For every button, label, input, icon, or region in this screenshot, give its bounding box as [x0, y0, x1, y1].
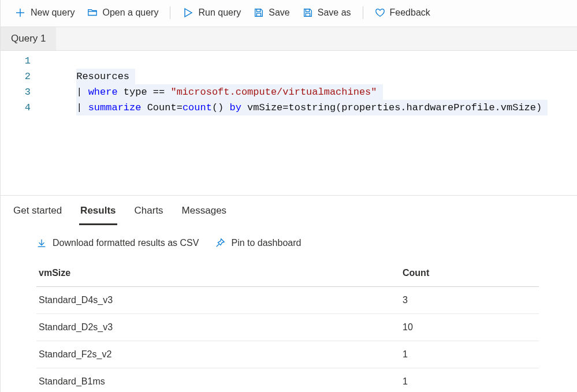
cell-vmsize: Standard_F2s_v2: [36, 341, 400, 368]
tab-label: Charts: [135, 205, 163, 216]
line-number: 2: [1, 69, 32, 84]
run-query-button[interactable]: Run query: [176, 3, 247, 22]
column-header-count[interactable]: Count: [400, 260, 539, 287]
code-token: |: [76, 102, 88, 113]
cell-vmsize: Standard_D2s_v3: [36, 314, 400, 341]
svg-marker-3: [185, 9, 192, 17]
code-token: vmSize=tostring(properties.hardwareProfi…: [241, 102, 542, 113]
cell-count: 10: [400, 314, 539, 341]
code-token: count: [183, 102, 212, 113]
result-tabs: Get started Results Charts Messages: [1, 196, 577, 225]
svg-line-10: [217, 244, 219, 247]
tab-messages[interactable]: Messages: [181, 203, 228, 225]
code-area[interactable]: Resources | where type == "microsoft.com…: [41, 53, 577, 178]
line-number: 1: [1, 53, 32, 69]
table-row[interactable]: Standard_D2s_v3 10: [36, 314, 539, 341]
new-query-label: New query: [31, 8, 75, 18]
folder-open-icon: [87, 8, 98, 18]
code-token: type ==: [118, 87, 171, 98]
query-tab[interactable]: Query 1: [1, 27, 56, 50]
code-editor[interactable]: 1 2 3 4 Resources | where type == "micro…: [1, 51, 577, 196]
save-as-icon: [303, 8, 313, 18]
save-as-label: Save as: [318, 8, 351, 18]
code-token: "microsoft.compute/virtualmachines": [170, 87, 377, 98]
toolbar-separator: [170, 6, 170, 19]
cell-vmsize: Standard_B1ms: [36, 368, 400, 393]
code-token: Count=: [141, 102, 182, 113]
svg-rect-4: [257, 9, 260, 12]
download-icon: [36, 238, 47, 248]
save-as-button[interactable]: Save as: [297, 4, 357, 21]
code-line: Resources: [76, 69, 135, 84]
table-row[interactable]: Standard_B1ms 1: [36, 368, 539, 393]
toolbar: New query Open a query Run query Save S: [1, 0, 577, 27]
cell-count: 3: [400, 287, 539, 314]
column-header-vmsize[interactable]: vmSize: [36, 260, 400, 287]
download-csv-label: Download formatted results as CSV: [53, 238, 199, 248]
tab-results[interactable]: Results: [79, 203, 117, 225]
feedback-label: Feedback: [390, 8, 430, 18]
svg-rect-7: [306, 13, 310, 16]
line-number: 3: [1, 84, 32, 100]
table-header-row: vmSize Count: [36, 260, 539, 287]
cell-vmsize: Standard_D4s_v3: [36, 287, 400, 314]
save-button[interactable]: Save: [248, 4, 295, 21]
results-table-wrapper: vmSize Count Standard_D4s_v3 3 Standard_…: [1, 254, 577, 392]
toolbar-separator: [363, 6, 363, 19]
tab-label: Get started: [13, 205, 62, 216]
save-label: Save: [269, 8, 289, 18]
open-query-label: Open a query: [102, 8, 158, 18]
code-line: | summarize Count=count() by vmSize=tost…: [76, 100, 548, 115]
table-row[interactable]: Standard_F2s_v2 1: [36, 341, 539, 368]
open-query-button[interactable]: Open a query: [81, 4, 164, 21]
code-line: | where type == "microsoft.compute/virtu…: [76, 84, 382, 100]
cell-count: 1: [400, 368, 539, 393]
download-csv-button[interactable]: Download formatted results as CSV: [36, 238, 199, 248]
tab-label: Results: [80, 205, 116, 216]
heart-icon: [375, 8, 385, 18]
pin-icon: [215, 238, 225, 248]
query-tab-bar: Query 1: [1, 27, 577, 51]
results-table: vmSize Count Standard_D4s_v3 3 Standard_…: [36, 260, 539, 392]
save-icon: [254, 8, 264, 18]
code-line: [41, 131, 577, 147]
plus-icon: [14, 7, 26, 18]
table-row[interactable]: Standard_D4s_v3 3: [36, 287, 539, 314]
new-query-button[interactable]: New query: [9, 3, 80, 22]
code-token: Resources: [76, 71, 129, 82]
tab-get-started[interactable]: Get started: [12, 203, 63, 225]
code-token: by: [230, 102, 241, 113]
tab-charts[interactable]: Charts: [133, 203, 165, 225]
play-icon: [182, 7, 193, 18]
pin-dashboard-label: Pin to dashboard: [231, 238, 301, 248]
feedback-button[interactable]: Feedback: [369, 4, 436, 21]
code-token: (): [212, 102, 230, 113]
code-token: |: [76, 87, 88, 98]
line-number: 4: [1, 100, 32, 115]
svg-rect-6: [306, 9, 309, 12]
tab-label: Messages: [182, 205, 226, 216]
query-tab-label: Query 1: [11, 33, 46, 44]
run-query-label: Run query: [198, 8, 241, 18]
pin-dashboard-button[interactable]: Pin to dashboard: [215, 238, 301, 248]
line-number-gutter: 1 2 3 4: [1, 53, 41, 178]
code-token: where: [88, 87, 118, 98]
app-root: New query Open a query Run query Save S: [0, 0, 577, 392]
cell-count: 1: [400, 341, 539, 368]
code-token: summarize: [88, 102, 142, 113]
result-actions: Download formatted results as CSV Pin to…: [1, 225, 577, 254]
svg-rect-5: [257, 13, 261, 16]
